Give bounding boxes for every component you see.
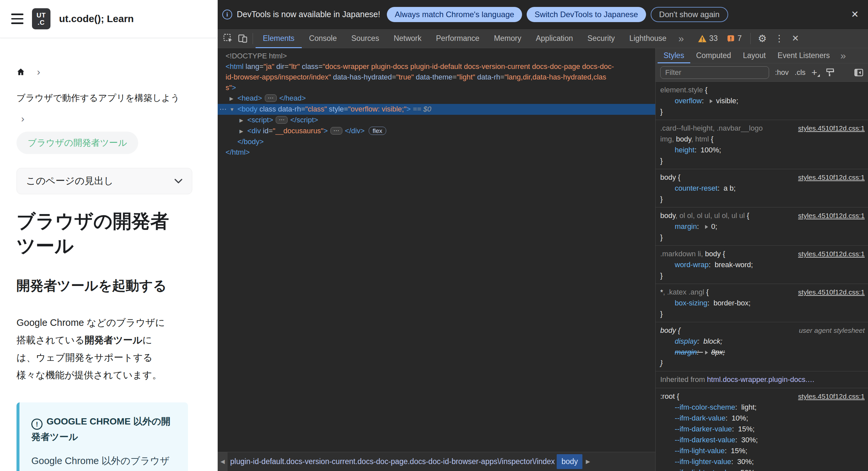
- expander-right-icon[interactable]: ▶: [240, 126, 247, 136]
- dom-breadcrumb-path[interactable]: plugin-id-default.docs-version-current.d…: [227, 457, 557, 466]
- dom-node-row[interactable]: s">: [218, 83, 655, 93]
- devtools-tab-lighthouse[interactable]: Lighthouse: [622, 29, 674, 48]
- rule-selector[interactable]: img, body, html {: [660, 133, 865, 145]
- css-rule[interactable]: :root {styles.4510f12d.css:1--ifm-color-…: [656, 388, 868, 471]
- dom-node-row[interactable]: <html lang="ja" dir="ltr" class="docs-wr…: [218, 61, 655, 72]
- rule-selector[interactable]: .card--full-height, .navbar__logostyles.…: [660, 123, 865, 133]
- issue-count-badge[interactable]: 7: [727, 34, 742, 43]
- toc-toggle[interactable]: このページの見出し: [17, 168, 192, 194]
- sidebar-toggle-icon[interactable]: [854, 69, 863, 76]
- inherited-node-link[interactable]: html.docs-wrapper.plugin-docs.…: [707, 375, 814, 384]
- css-rule[interactable]: *, .katex .angl {styles.4510f12d.css:1bo…: [656, 284, 868, 322]
- breadcrumb-lesson[interactable]: ブラウザで動作するアプリを構築しよう: [17, 92, 205, 104]
- stylesheet-source-link[interactable]: styles.4510f12d.css:1: [793, 287, 865, 297]
- css-property[interactable]: box-sizing: border-box;: [660, 297, 865, 308]
- new-style-rule-icon[interactable]: +: [812, 67, 820, 78]
- stylesheet-source-link[interactable]: styles.4510f12d.css:1: [793, 210, 865, 221]
- expander-down-icon[interactable]: ▼: [229, 104, 238, 115]
- devtools-tab-memory[interactable]: Memory: [487, 29, 529, 48]
- rule-selector[interactable]: body, ol ol, ol ul, ul ol, ul ul {styles…: [660, 210, 865, 221]
- devtools-tab-sources[interactable]: Sources: [344, 29, 386, 48]
- css-property[interactable]: --ifm-darker-value: 15%;: [660, 423, 865, 434]
- dom-node-row[interactable]: ▶<div id="__docusaurus">⋯</div>flex: [218, 126, 655, 136]
- devtools-close-icon[interactable]: ✕: [788, 33, 802, 43]
- site-title[interactable]: ut.code(); Learn: [59, 13, 134, 24]
- dom-node-row[interactable]: ▶<script>⋯</script>: [218, 115, 655, 126]
- home-icon[interactable]: [17, 68, 25, 76]
- dom-node-row[interactable]: <!DOCTYPE html>: [218, 51, 655, 61]
- stylesheet-source-link[interactable]: styles.4510f12d.css:1: [793, 123, 865, 133]
- notification-close-icon[interactable]: ✕: [849, 9, 861, 20]
- css-property[interactable]: --ifm-lighter-value: 30%;: [660, 456, 865, 467]
- hover-state-button[interactable]: :hov: [775, 68, 789, 77]
- expand-ellipsis-icon[interactable]: ⋯: [276, 116, 287, 124]
- node-menu-ellipsis-icon[interactable]: ⋯: [219, 104, 226, 115]
- rule-selector[interactable]: *, .katex .angl {styles.4510f12d.css:1: [660, 287, 865, 297]
- expand-ellipsis-icon[interactable]: ⋯: [265, 94, 277, 102]
- dom-node-row[interactable]: id-browser-apps/inspector/index" data-ha…: [218, 72, 655, 83]
- css-rule[interactable]: body {styles.4510f12d.css:1counter-reset…: [656, 169, 868, 208]
- css-property[interactable]: --ifm-dark-value: 10%;: [660, 413, 865, 423]
- expander-right-icon[interactable]: ▶: [229, 93, 238, 104]
- stylesheet-source-link[interactable]: styles.4510f12d.css:1: [793, 391, 865, 402]
- rule-selector[interactable]: :root {styles.4510f12d.css:1: [660, 391, 865, 402]
- more-sidebar-tabs-icon[interactable]: »: [836, 50, 850, 61]
- dom-node-row[interactable]: </html>: [218, 147, 655, 158]
- dom-node-row[interactable]: ⋯▼<body class data-rh="class" style="ove…: [218, 104, 655, 115]
- expander-right-icon[interactable]: ▶: [240, 115, 247, 126]
- dom-node-row[interactable]: </body>: [218, 136, 655, 147]
- styles-tab-event-listeners[interactable]: Event Listeners: [772, 48, 836, 63]
- breadcrumb-current[interactable]: ブラウザの開発者ツール: [17, 132, 138, 154]
- kebab-menu-icon[interactable]: ⋮: [771, 33, 787, 44]
- expand-ellipsis-icon[interactable]: ⋯: [331, 127, 342, 134]
- class-toggle-button[interactable]: .cls: [795, 68, 806, 77]
- devtools-tab-elements[interactable]: Elements: [256, 29, 302, 48]
- dom-breadcrumb-selected[interactable]: body: [557, 454, 582, 469]
- devtools-tab-console[interactable]: Console: [302, 29, 344, 48]
- css-rule[interactable]: element.style {overflow: visible;}: [656, 82, 868, 120]
- devtools-tab-application[interactable]: Application: [529, 29, 581, 48]
- css-property[interactable]: --ifm-lightest-value: 50%;: [660, 467, 865, 471]
- css-property[interactable]: margin: 0;: [660, 221, 865, 232]
- rule-selector[interactable]: body {styles.4510f12d.css:1: [660, 172, 865, 183]
- css-property[interactable]: --ifm-light-value: 15%;: [660, 445, 865, 456]
- css-property[interactable]: margin: 8px;: [660, 347, 865, 357]
- devtools-tab-performance[interactable]: Performance: [429, 29, 487, 48]
- styles-tab-styles[interactable]: Styles: [658, 48, 690, 63]
- device-toolbar-icon[interactable]: [236, 32, 250, 45]
- flex-badge[interactable]: flex: [369, 127, 386, 135]
- back-arrow-icon[interactable]: ◀: [218, 452, 227, 471]
- site-logo[interactable]: UT .C: [32, 8, 51, 29]
- css-rule[interactable]: body {user agent stylesheetdisplay: bloc…: [656, 322, 868, 371]
- css-property[interactable]: display: block;: [660, 336, 865, 347]
- inspect-element-icon[interactable]: [221, 32, 236, 45]
- css-property[interactable]: height: 100%;: [660, 145, 865, 155]
- forward-arrow-icon[interactable]: ▶: [582, 458, 593, 465]
- rendering-brush-icon[interactable]: [826, 68, 834, 77]
- css-rule[interactable]: body, ol ol, ol ul, ul ol, ul ul {styles…: [656, 208, 868, 246]
- rule-selector[interactable]: element.style {: [660, 85, 865, 95]
- stylesheet-source-link[interactable]: styles.4510f12d.css:1: [793, 248, 865, 259]
- styles-filter-input[interactable]: [660, 66, 769, 79]
- css-property[interactable]: word-wrap: break-word;: [660, 259, 865, 270]
- css-rule[interactable]: .card--full-height, .navbar__logostyles.…: [656, 120, 868, 169]
- css-property[interactable]: --ifm-color-scheme: light;: [660, 402, 865, 413]
- css-property[interactable]: counter-reset: a b;: [660, 183, 865, 194]
- settings-gear-icon[interactable]: ⚙: [754, 33, 770, 44]
- rule-selector[interactable]: .markdown li, body {styles.4510f12d.css:…: [660, 248, 865, 259]
- match-language-button[interactable]: Always match Chrome's language: [387, 7, 522, 22]
- hamburger-menu-icon[interactable]: [11, 13, 23, 24]
- css-property[interactable]: --ifm-darkest-value: 30%;: [660, 434, 865, 445]
- dom-node-row[interactable]: ▶<head>⋯</head>: [218, 93, 655, 104]
- styles-tab-computed[interactable]: Computed: [690, 48, 737, 63]
- css-rule[interactable]: .markdown li, body {styles.4510f12d.css:…: [656, 246, 868, 284]
- dont-show-again-button[interactable]: Don't show again: [651, 7, 728, 22]
- css-property[interactable]: overflow: visible;: [660, 95, 865, 106]
- rule-selector[interactable]: body {user agent stylesheet: [660, 325, 865, 336]
- stylesheet-source-link[interactable]: styles.4510f12d.css:1: [793, 172, 865, 183]
- more-tabs-icon[interactable]: »: [674, 33, 689, 44]
- warning-count-badge[interactable]: 33: [698, 34, 718, 43]
- switch-japanese-button[interactable]: Switch DevTools to Japanese: [527, 7, 646, 22]
- devtools-tab-security[interactable]: Security: [580, 29, 622, 48]
- styles-tab-layout[interactable]: Layout: [737, 48, 772, 63]
